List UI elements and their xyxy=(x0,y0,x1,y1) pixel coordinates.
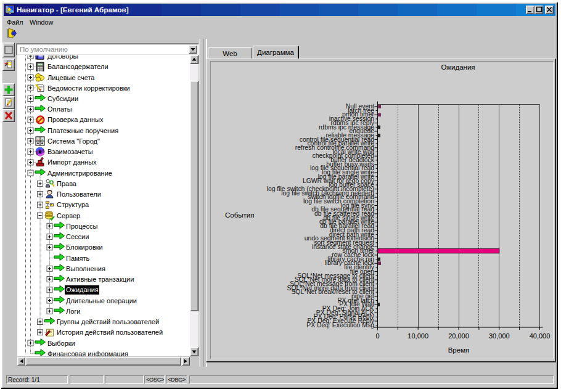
svg-text:0: 0 xyxy=(375,332,379,340)
svg-text:30,000: 30,000 xyxy=(489,332,510,340)
svg-text:Ожидания: Ожидания xyxy=(441,63,475,71)
svg-text:PX Deq: Execution Msg: PX Deq: Execution Msg xyxy=(306,322,374,329)
svg-text:10,000: 10,000 xyxy=(407,332,428,340)
svg-text:События: События xyxy=(225,211,254,219)
svg-text:20,000: 20,000 xyxy=(448,332,469,340)
svg-text:40,000: 40,000 xyxy=(530,332,551,340)
svg-text:Время: Время xyxy=(448,346,470,354)
